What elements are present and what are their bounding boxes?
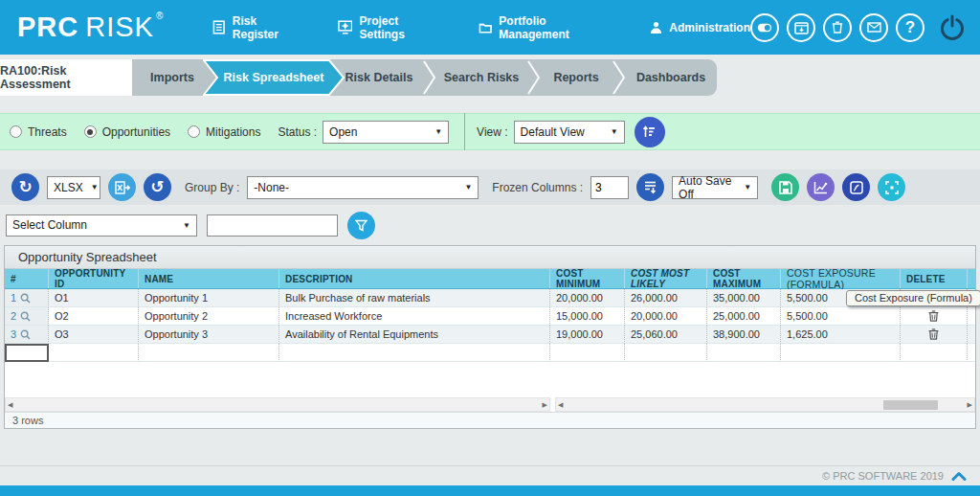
- select-column-value: Select Column: [12, 218, 87, 232]
- cell-description[interactable]: Increased Workforce: [279, 307, 550, 326]
- empty-cell[interactable]: [707, 344, 781, 362]
- frozen-columns-input[interactable]: [590, 176, 629, 199]
- scroll-left-arrow[interactable]: ◀: [558, 401, 563, 408]
- logo-registered-mark: ®: [156, 11, 163, 21]
- column-header-index[interactable]: #: [5, 269, 49, 288]
- group-by-select[interactable]: -None-: [247, 176, 479, 199]
- column-header-description[interactable]: DESCRIPTION: [279, 269, 550, 288]
- tab-project-risk-assessment[interactable]: RA100:Risk Assessment: [0, 59, 132, 96]
- sort-views-button[interactable]: [635, 117, 665, 147]
- scroll-left-arrow[interactable]: ◀: [8, 401, 12, 408]
- export-excel-button[interactable]: [108, 173, 136, 201]
- cell-opportunity-id[interactable]: O2: [49, 307, 139, 326]
- empty-cell[interactable]: [625, 344, 707, 362]
- nav-portfolio-management[interactable]: Portfolio Management: [479, 14, 615, 41]
- scroll-right-arrow[interactable]: ▶: [543, 401, 547, 408]
- scroll-right-arrow[interactable]: ▶: [968, 401, 972, 408]
- select-region-button[interactable]: [878, 173, 905, 201]
- delete-row-button[interactable]: [928, 310, 939, 322]
- cell-cost-maximum[interactable]: 25,000.00: [707, 307, 781, 326]
- row-expand-cell[interactable]: 1: [5, 289, 49, 307]
- column-header-cost-maximum[interactable]: COST MAXIMUM: [707, 269, 781, 288]
- empty-cell[interactable]: [139, 344, 279, 362]
- column-header-opportunity-id[interactable]: OPPORTUNITY ID: [49, 269, 139, 288]
- funnel-filter-icon: [355, 219, 368, 232]
- empty-cell[interactable]: [279, 344, 550, 362]
- nav-label: Risk Register: [233, 14, 303, 41]
- cell-description[interactable]: Availability of Rental Equipments: [279, 326, 550, 344]
- cell-cost-exposure[interactable]: 1,625.00: [781, 326, 901, 344]
- copy-down-button[interactable]: [636, 173, 664, 201]
- cell-cost-minimum[interactable]: 19,000.00: [550, 326, 625, 344]
- column-header-cost-most-likely[interactable]: COST MOST LIKELY: [625, 269, 707, 288]
- cell-cost-exposure[interactable]: 5,500.00: [781, 307, 901, 326]
- formula-editor-button[interactable]: [842, 173, 870, 201]
- nav-risk-register[interactable]: Risk Register: [212, 14, 303, 41]
- cell-cost-minimum[interactable]: 20,000.00: [550, 289, 625, 307]
- cell-cost-most-likely[interactable]: 25,060.00: [625, 326, 707, 344]
- empty-cell[interactable]: [781, 344, 901, 362]
- radio-threats[interactable]: Threats: [10, 125, 67, 139]
- column-header-name[interactable]: NAME: [139, 269, 279, 288]
- row-expand-cell[interactable]: 2: [5, 307, 49, 326]
- logout-power-button[interactable]: [936, 11, 969, 44]
- column-filter-input[interactable]: [207, 214, 338, 237]
- column-header-delete[interactable]: DELETE: [901, 269, 968, 288]
- radio-opportunities[interactable]: Opportunities: [84, 125, 170, 139]
- cell-cost-most-likely[interactable]: 20,000.00: [625, 307, 707, 326]
- apply-filter-button[interactable]: [347, 212, 375, 239]
- frozen-pane-scrollbar[interactable]: ◀ ▶: [5, 397, 550, 412]
- autosave-select[interactable]: Auto Save Off: [672, 176, 758, 199]
- cost-exposure-tooltip: Cost Exposure (Formula): [846, 290, 980, 306]
- tab-risk-details[interactable]: Risk Details: [335, 59, 423, 96]
- column-header-cost-minimum[interactable]: COST MINIMUM: [550, 269, 625, 288]
- cell-name[interactable]: Opportunity 2: [139, 307, 279, 326]
- import-window-button[interactable]: [787, 13, 815, 42]
- cell-opportunity-id[interactable]: O1: [49, 289, 139, 307]
- tab-imports[interactable]: Imports: [132, 59, 212, 96]
- theme-toggle-button[interactable]: [750, 13, 779, 42]
- tab-search-risks[interactable]: Search Risks: [435, 59, 527, 96]
- chart-view-button[interactable]: [807, 173, 835, 201]
- column-header-cost-exposure[interactable]: COST EXPOSURE (FORMULA): [781, 269, 901, 288]
- empty-cell[interactable]: [550, 344, 625, 362]
- cell-cost-maximum[interactable]: 38,900.00: [707, 326, 781, 344]
- main-pane-scrollbar[interactable]: ◀ ▶: [555, 397, 975, 412]
- empty-cell[interactable]: [49, 344, 139, 362]
- cell-cost-most-likely[interactable]: 26,000.00: [625, 289, 707, 307]
- status-select[interactable]: Open: [323, 121, 449, 144]
- nav-administration[interactable]: Administration: [650, 21, 750, 34]
- trash-icon: [928, 328, 939, 340]
- collapse-footer-button[interactable]: [951, 471, 967, 482]
- tab-separator-chevron: [612, 59, 625, 96]
- undo-button[interactable]: ↺: [144, 173, 171, 201]
- cell-cost-maximum[interactable]: 35,000.00: [707, 289, 781, 307]
- tab-dashboards[interactable]: Dashboards: [625, 59, 717, 96]
- refresh-icon: ↻: [18, 179, 32, 195]
- tab-reports[interactable]: Reports: [540, 59, 612, 96]
- cell-name[interactable]: Opportunity 3: [139, 326, 279, 344]
- messages-button[interactable]: [859, 13, 888, 42]
- selected-empty-cell[interactable]: [5, 344, 49, 362]
- select-column-dropdown[interactable]: Select Column: [6, 214, 197, 237]
- save-button[interactable]: [771, 173, 799, 201]
- delete-row-button[interactable]: [928, 328, 939, 340]
- cell-opportunity-id[interactable]: O3: [49, 326, 139, 344]
- row-expand-cell[interactable]: 3: [5, 326, 49, 344]
- bottom-accent-bar: [0, 485, 980, 496]
- nav-project-settings[interactable]: Project Settings: [338, 14, 444, 41]
- row-count-status: 3 rows: [5, 412, 975, 428]
- export-format-select[interactable]: XLSX: [47, 176, 100, 199]
- help-button[interactable]: ?: [896, 13, 924, 42]
- cell-name[interactable]: Opportunity 1: [139, 289, 279, 307]
- recycle-bin-button[interactable]: [823, 13, 852, 42]
- empty-cell[interactable]: [901, 344, 968, 362]
- view-select[interactable]: Default View: [514, 121, 625, 144]
- cell-cost-minimum[interactable]: 15,000.00: [550, 307, 625, 326]
- filter-bar-divider: [464, 113, 465, 150]
- cell-description[interactable]: Bulk Purchase of raw materials: [279, 289, 550, 307]
- radio-mitigations[interactable]: Mitigations: [188, 125, 260, 139]
- tab-risk-spreadsheet-active[interactable]: Risk Spreadsheet: [203, 59, 345, 96]
- scrollbar-thumb[interactable]: [883, 400, 938, 410]
- refresh-button[interactable]: ↻: [11, 173, 39, 201]
